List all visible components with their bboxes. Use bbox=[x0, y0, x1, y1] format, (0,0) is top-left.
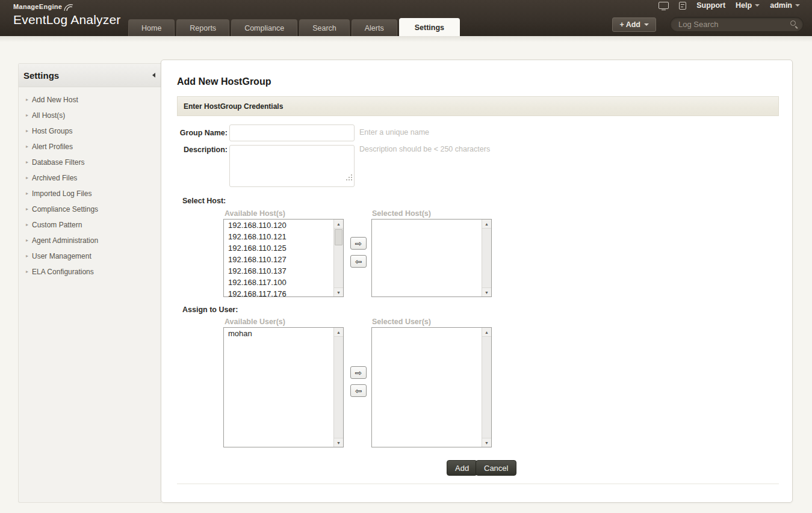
help-menu[interactable]: Help bbox=[736, 1, 760, 10]
utility-bar: Support Help admin bbox=[659, 1, 800, 10]
sidebar-item-label: Archived Files bbox=[32, 174, 77, 182]
chevron-right-icon: ▸ bbox=[26, 254, 28, 259]
sidebar-item-ela-configurations[interactable]: ▸ELA Configurations bbox=[19, 264, 161, 280]
sidebar-item-archived-files[interactable]: ▸Archived Files bbox=[19, 170, 161, 186]
sidebar-item-label: Compliance Settings bbox=[32, 205, 98, 213]
sidebar-item-host-groups[interactable]: ▸Host Groups bbox=[19, 123, 161, 139]
header-shadow bbox=[0, 36, 812, 42]
description-hint: Description should be < 250 characters bbox=[359, 145, 490, 153]
description-textarea[interactable] bbox=[229, 145, 355, 187]
group-name-input[interactable] bbox=[229, 124, 355, 141]
available-users-header: Available User(s) bbox=[225, 318, 285, 326]
chevron-right-icon: ▸ bbox=[26, 160, 28, 165]
list-option[interactable]: 192.168.110.125 bbox=[224, 242, 333, 254]
log-search-box bbox=[670, 17, 804, 32]
footer-divider bbox=[177, 484, 779, 484]
scroll-up-button[interactable]: ▲ bbox=[334, 328, 343, 337]
assign-user-label: Assign to User: bbox=[182, 306, 238, 314]
chevron-right-icon: ▸ bbox=[26, 207, 28, 212]
tab-search[interactable]: Search bbox=[299, 19, 350, 36]
chevron-right-icon: ▸ bbox=[26, 269, 28, 274]
sidebar-item-compliance-settings[interactable]: ▸Compliance Settings bbox=[19, 201, 161, 217]
sidebar-item-label: ELA Configurations bbox=[32, 268, 94, 276]
scroll-down-button[interactable]: ▼ bbox=[482, 287, 491, 296]
sidebar-items: ▸Add New Host▸All Host(s)▸Host Groups▸Al… bbox=[19, 87, 161, 280]
brand-company: ManageEngine bbox=[13, 3, 62, 10]
move-user-right-button[interactable]: ⇨ bbox=[350, 366, 367, 379]
search-icon[interactable] bbox=[790, 20, 796, 26]
available-hosts-list[interactable]: 192.168.110.120192.168.110.121192.168.11… bbox=[223, 219, 344, 297]
log-search-input[interactable] bbox=[671, 17, 803, 31]
sidebar-item-add-new-host[interactable]: ▸Add New Host bbox=[19, 92, 161, 108]
section-header: Enter HostGroup Credentials bbox=[177, 96, 779, 116]
chevron-right-icon: ▸ bbox=[26, 144, 28, 149]
move-host-right-button[interactable]: ⇨ bbox=[350, 237, 367, 250]
chevron-right-icon: ▸ bbox=[26, 176, 28, 180]
chevron-right-icon: ▸ bbox=[26, 191, 28, 196]
move-host-left-button[interactable]: ⇦ bbox=[350, 255, 367, 268]
move-user-left-button[interactable]: ⇦ bbox=[350, 384, 367, 397]
scrollbar[interactable]: ▲ ▼ bbox=[333, 220, 343, 296]
sidebar-item-label: User Management bbox=[32, 252, 91, 260]
resize-handle-icon[interactable] bbox=[346, 179, 347, 180]
list-option[interactable]: 192.168.110.120 bbox=[224, 220, 333, 231]
tab-compliance[interactable]: Compliance bbox=[231, 19, 297, 36]
add-button[interactable]: Add bbox=[447, 460, 477, 476]
scroll-down-button[interactable]: ▼ bbox=[334, 438, 343, 447]
settings-sidebar: Settings ▸Add New Host▸All Host(s)▸Host … bbox=[18, 63, 161, 503]
display-icon[interactable] bbox=[659, 2, 669, 9]
scrollbar[interactable]: ▲ ▼ bbox=[333, 328, 343, 447]
app-header: ManageEngine EventLog Analyzer Support H… bbox=[0, 0, 812, 36]
collapse-sidebar-icon[interactable] bbox=[152, 73, 155, 78]
list-option[interactable]: 192.168.110.127 bbox=[224, 254, 333, 265]
support-link[interactable]: Support bbox=[696, 1, 725, 10]
sidebar-item-label: Custom Pattern bbox=[32, 221, 82, 229]
brand-logo: ManageEngine EventLog Analyzer bbox=[13, 3, 121, 27]
scroll-up-button[interactable]: ▲ bbox=[334, 220, 343, 229]
scrollbar-thumb[interactable] bbox=[335, 229, 342, 245]
list-option[interactable]: 192.168.117.176 bbox=[224, 288, 333, 296]
group-name-hint: Enter a unique name bbox=[359, 128, 429, 137]
caret-down-icon bbox=[795, 4, 800, 7]
selected-hosts-list[interactable]: ▲ ▼ bbox=[371, 219, 492, 297]
sidebar-item-agent-administration[interactable]: ▸Agent Administration bbox=[19, 233, 161, 248]
caret-down-icon bbox=[755, 4, 760, 7]
list-option[interactable]: 192.168.110.137 bbox=[224, 265, 333, 277]
chevron-right-icon: ▸ bbox=[26, 223, 28, 227]
tab-settings[interactable]: Settings bbox=[399, 18, 460, 36]
scrollbar[interactable]: ▲ ▼ bbox=[482, 220, 491, 296]
tab-alerts[interactable]: Alerts bbox=[352, 19, 397, 36]
chevron-right-icon: ▸ bbox=[26, 97, 28, 102]
page-title: Add New HostGroup bbox=[177, 76, 271, 87]
sidebar-item-alert-profiles[interactable]: ▸Alert Profiles bbox=[19, 139, 161, 155]
sidebar-item-label: Host Groups bbox=[32, 127, 72, 135]
tab-home[interactable]: Home bbox=[128, 19, 175, 36]
admin-menu[interactable]: admin bbox=[770, 1, 800, 10]
sidebar-item-label: Imported Log Files bbox=[32, 189, 91, 198]
list-option[interactable]: mohan bbox=[224, 328, 333, 339]
tab-reports[interactable]: Reports bbox=[176, 19, 229, 36]
notepad-icon[interactable] bbox=[679, 2, 686, 10]
sidebar-title: Settings bbox=[23, 70, 59, 81]
scroll-up-button[interactable]: ▲ bbox=[482, 220, 491, 229]
sidebar-item-database-filters[interactable]: ▸Database Filters bbox=[19, 155, 161, 170]
cancel-button[interactable]: Cancel bbox=[476, 460, 516, 476]
description-label: Description: bbox=[177, 146, 228, 154]
list-option[interactable]: 192.168.110.121 bbox=[224, 231, 333, 242]
selected-users-list[interactable]: ▲ ▼ bbox=[371, 327, 492, 447]
select-host-label: Select Host: bbox=[182, 197, 226, 205]
sidebar-item-all-host-s-[interactable]: ▸All Host(s) bbox=[19, 108, 161, 123]
scrollbar[interactable]: ▲ ▼ bbox=[482, 328, 491, 447]
scroll-down-button[interactable]: ▼ bbox=[482, 438, 491, 447]
caret-down-icon bbox=[644, 23, 649, 26]
sidebar-header: Settings bbox=[19, 64, 161, 87]
sidebar-item-imported-log-files[interactable]: ▸Imported Log Files bbox=[19, 186, 161, 201]
available-users-list[interactable]: mohan ▲ ▼ bbox=[223, 327, 344, 447]
quick-add-button[interactable]: + Add bbox=[612, 17, 656, 32]
scroll-up-button[interactable]: ▲ bbox=[482, 328, 491, 337]
list-option[interactable]: 192.168.117.100 bbox=[224, 277, 333, 288]
scroll-down-button[interactable]: ▼ bbox=[334, 287, 343, 296]
sidebar-item-custom-pattern[interactable]: ▸Custom Pattern bbox=[19, 217, 161, 233]
sidebar-item-user-management[interactable]: ▸User Management bbox=[19, 248, 161, 264]
selected-users-header: Selected User(s) bbox=[372, 318, 431, 326]
